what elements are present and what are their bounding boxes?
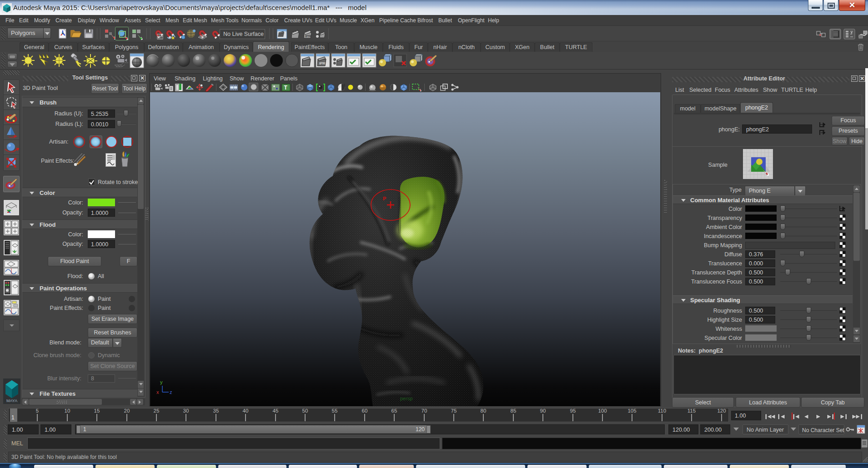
svg-text:MAYA: MAYA [6, 398, 17, 403]
svg-text:IPR: IPR [319, 61, 326, 65]
svg-text:z: z [170, 389, 172, 395]
svg-text:persp: persp [400, 396, 413, 401]
svg-text:x: x [156, 389, 159, 395]
svg-text:y: y [160, 379, 163, 385]
svg-text:P: P [383, 196, 386, 201]
svg-text:IPR: IPR [305, 34, 311, 38]
svg-text:T: T [284, 85, 288, 91]
